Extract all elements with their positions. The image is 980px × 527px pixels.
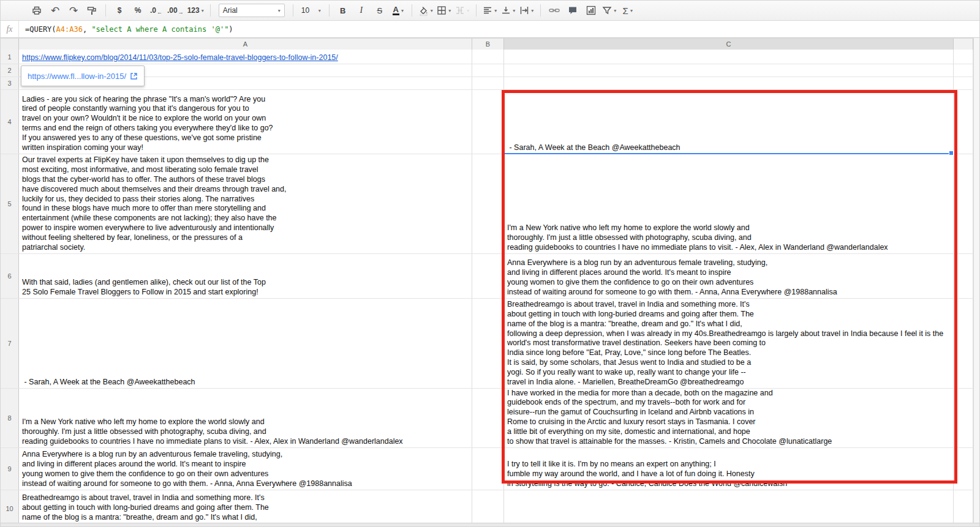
strikethrough-button[interactable]: S xyxy=(372,3,387,18)
cell-B1[interactable] xyxy=(472,50,504,64)
text-color-button[interactable]: A▾ xyxy=(391,3,405,18)
cell-A4[interactable]: Ladies - are you sick of hearing the phr… xyxy=(19,90,472,154)
cell-B9[interactable] xyxy=(472,448,504,490)
cell-C9[interactable]: I try to tell it like it is. I'm by no m… xyxy=(504,448,954,490)
chevron-down-icon: ▾ xyxy=(531,8,533,13)
formula-prefix: =QUERY( xyxy=(25,25,56,34)
italic-button[interactable]: I xyxy=(354,3,369,18)
column-header-C[interactable]: C xyxy=(504,39,954,50)
increase-decimal-label: .00 xyxy=(167,6,178,15)
fill-handle[interactable] xyxy=(949,151,954,155)
cell-D4[interactable] xyxy=(954,90,973,154)
cell-C1[interactable] xyxy=(504,50,954,64)
grid-row-1: 1 https://www.flipkey.com/blog/2014/11/0… xyxy=(1,50,973,64)
font-size-select[interactable]: 10▾ xyxy=(298,4,325,17)
borders-button[interactable]: ▾ xyxy=(437,3,451,18)
cell-D5[interactable] xyxy=(954,154,973,253)
cell-C2[interactable] xyxy=(504,64,954,77)
cell-D6[interactable] xyxy=(954,254,973,298)
borders-icon xyxy=(437,6,447,15)
link-icon xyxy=(549,6,560,15)
cell-C10[interactable] xyxy=(504,490,954,527)
formula-input[interactable]: =QUERY(A4:A36, "select A where A contain… xyxy=(25,25,233,34)
cell-text: Anna Everywhere is a blog run by an adve… xyxy=(507,258,950,297)
filter-button[interactable]: ▾ xyxy=(602,3,617,18)
row-header-9[interactable]: 9 xyxy=(1,448,19,490)
toolbar: ↶ ↷ $ % .0← .00→ 123▾ Arial▾ 10▾ B I S xyxy=(1,1,980,21)
cell-C4[interactable]: - Sarah, A Week at the Beach @Aweekatthe… xyxy=(504,90,954,154)
functions-button[interactable]: Σ▾ xyxy=(620,3,635,18)
cell-B3[interactable] xyxy=(472,77,504,89)
redo-button[interactable]: ↷ xyxy=(66,3,81,18)
external-link-icon[interactable] xyxy=(130,72,138,80)
cell-D8[interactable] xyxy=(954,389,973,447)
cell-D7[interactable] xyxy=(954,299,973,388)
print-button[interactable] xyxy=(29,3,44,18)
paint-format-button[interactable] xyxy=(85,3,99,18)
cell-D2[interactable] xyxy=(954,64,973,77)
cell-A9[interactable]: Anna Everywhere is a blog run by an adve… xyxy=(19,448,472,490)
cell-D3[interactable] xyxy=(954,77,973,89)
cell-B5[interactable] xyxy=(472,154,504,253)
column-header-A[interactable]: A xyxy=(19,39,472,50)
font-family-select[interactable]: Arial▾ xyxy=(219,4,285,17)
cell-A5[interactable]: Our travel experts at FlipKey have taken… xyxy=(19,154,472,253)
spreadsheet-app: ↶ ↷ $ % .0← .00→ 123▾ Arial▾ 10▾ B I S xyxy=(0,0,980,527)
increase-decimal-button[interactable]: .00→ xyxy=(167,3,184,18)
tooltip-link[interactable]: https://www.fl...llow-in-2015/ xyxy=(28,72,126,81)
cell-B6[interactable] xyxy=(472,254,504,298)
column-header-B[interactable]: B xyxy=(472,39,504,50)
row-header-3[interactable]: 3 xyxy=(1,77,19,89)
cell-A7[interactable]: - Sarah, A Week at the Beach @Aweekatthe… xyxy=(19,299,472,388)
insert-comment-button[interactable] xyxy=(565,3,580,18)
cell-C7[interactable]: Breathedreamgo is about travel, travel i… xyxy=(504,299,954,388)
cell-C6[interactable]: Anna Everywhere is a blog run by an adve… xyxy=(504,254,954,298)
column-header-D[interactable] xyxy=(954,39,973,50)
row-header-5[interactable]: 5 xyxy=(1,154,19,253)
horizontal-align-button[interactable]: ▾ xyxy=(483,3,497,18)
row-header-7[interactable]: 7 xyxy=(1,299,19,388)
cell-D9[interactable] xyxy=(954,448,973,490)
decrease-decimal-button[interactable]: .0← xyxy=(149,3,164,18)
italic-label: I xyxy=(360,6,363,15)
cell-C5[interactable]: I'm a New York native who left my home t… xyxy=(504,154,954,253)
undo-icon: ↶ xyxy=(51,4,59,17)
row-header-6[interactable]: 6 xyxy=(1,254,19,298)
row-header-10[interactable]: 10 xyxy=(1,490,19,527)
insert-chart-button[interactable] xyxy=(584,3,598,18)
undo-button[interactable]: ↶ xyxy=(48,3,62,18)
grid-row-6: 6 With that said, ladies (and gentlemen … xyxy=(1,254,973,299)
text-wrap-button[interactable]: ▾ xyxy=(519,3,534,18)
cell-B2[interactable] xyxy=(472,64,504,77)
cell-A1[interactable]: https://www.flipkey.com/blog/2014/11/03/… xyxy=(19,50,472,64)
cell-A1-link[interactable]: https://www.flipkey.com/blog/2014/11/03/… xyxy=(22,53,469,63)
vertical-align-button[interactable]: ▾ xyxy=(501,3,516,18)
row-header-8[interactable]: 8 xyxy=(1,389,19,447)
cell-B7[interactable] xyxy=(472,299,504,388)
select-all-corner[interactable] xyxy=(1,39,19,50)
cell-A6[interactable]: With that said, ladies (and gentlemen al… xyxy=(19,254,472,298)
cell-D1[interactable] xyxy=(954,50,973,64)
chevron-down-icon: ▾ xyxy=(278,8,281,13)
cell-A10[interactable]: Breathedreamgo is about travel, travel i… xyxy=(19,490,472,527)
bold-button[interactable]: B xyxy=(336,3,350,18)
formula-bar: fx =QUERY(A4:A36, "select A where A cont… xyxy=(1,21,980,38)
fill-color-button[interactable]: ▾ xyxy=(418,3,433,18)
percent-format-button[interactable]: % xyxy=(130,3,145,18)
cell-D10[interactable] xyxy=(954,490,973,527)
cell-B10[interactable] xyxy=(472,490,504,527)
currency-format-button[interactable]: $ xyxy=(112,3,127,18)
cell-C8[interactable]: I have worked in the media for more than… xyxy=(504,389,954,447)
cell-B8[interactable] xyxy=(472,389,504,447)
row-header-4[interactable]: 4 xyxy=(1,90,19,154)
number-format-button[interactable]: 123▾ xyxy=(187,3,204,18)
vertical-scrollbar[interactable] xyxy=(973,38,980,523)
cell-A8[interactable]: I'm a New York native who left my home t… xyxy=(19,389,472,447)
cell-B4[interactable] xyxy=(472,90,504,154)
grid-row-5: 5 Our travel experts at FlipKey have tak… xyxy=(1,154,973,254)
toolbar-separator xyxy=(293,4,293,17)
row-header-1[interactable]: 1 xyxy=(1,50,19,64)
insert-link-button[interactable] xyxy=(547,3,562,18)
cell-C3[interactable] xyxy=(504,77,954,89)
row-header-2[interactable]: 2 xyxy=(1,64,19,77)
